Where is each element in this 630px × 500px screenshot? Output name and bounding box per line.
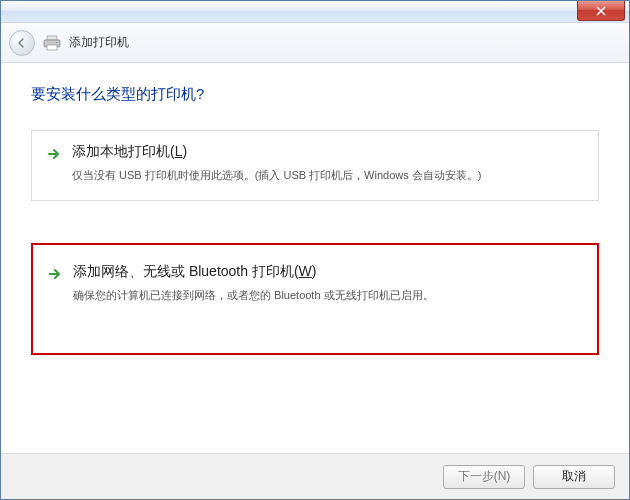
cancel-button[interactable]: 取消 <box>533 465 615 489</box>
option-network-desc: 确保您的计算机已连接到网络，或者您的 Bluetooth 或无线打印机已启用。 <box>73 287 434 304</box>
content-area: 要安装什么类型的打印机? 添加本地打印机(L) 仅当没有 USB 打印机时使用此… <box>1 63 629 355</box>
option-local-title: 添加本地打印机(L) <box>72 143 481 161</box>
option-network-title-key: W <box>299 263 312 279</box>
footer-bar: 下一步(N) 取消 <box>1 453 629 499</box>
option-local-desc: 仅当没有 USB 打印机时使用此选项。(插入 USB 打印机后，Windows … <box>72 167 481 184</box>
option-network-title-pre: 添加网络、无线或 Bluetooth 打印机( <box>73 263 299 279</box>
option-local-title-pre: 添加本地打印机( <box>72 143 175 159</box>
back-button[interactable] <box>9 30 35 56</box>
back-arrow-icon <box>16 37 28 49</box>
option-local-printer[interactable]: 添加本地打印机(L) 仅当没有 USB 打印机时使用此选项。(插入 USB 打印… <box>31 130 599 201</box>
add-printer-dialog: 添加打印机 要安装什么类型的打印机? 添加本地打印机(L) 仅当没有 USB 打… <box>0 0 630 500</box>
header-bar: 添加打印机 <box>1 23 629 63</box>
header-title: 添加打印机 <box>69 34 129 51</box>
close-button[interactable] <box>577 1 625 21</box>
option-network-title-post: ) <box>312 263 317 279</box>
printer-icon <box>43 35 61 51</box>
next-button[interactable]: 下一步(N) <box>443 465 525 489</box>
close-icon <box>596 6 606 16</box>
svg-point-3 <box>56 41 58 43</box>
page-heading: 要安装什么类型的打印机? <box>31 85 599 104</box>
option-network-title: 添加网络、无线或 Bluetooth 打印机(W) <box>73 263 434 281</box>
svg-rect-2 <box>47 45 57 50</box>
arrow-right-icon <box>47 266 63 282</box>
arrow-right-icon <box>46 146 62 162</box>
svg-rect-0 <box>47 36 57 40</box>
option-network-printer[interactable]: 添加网络、无线或 Bluetooth 打印机(W) 确保您的计算机已连接到网络，… <box>31 243 599 356</box>
titlebar <box>1 1 629 23</box>
option-local-title-post: ) <box>182 143 187 159</box>
